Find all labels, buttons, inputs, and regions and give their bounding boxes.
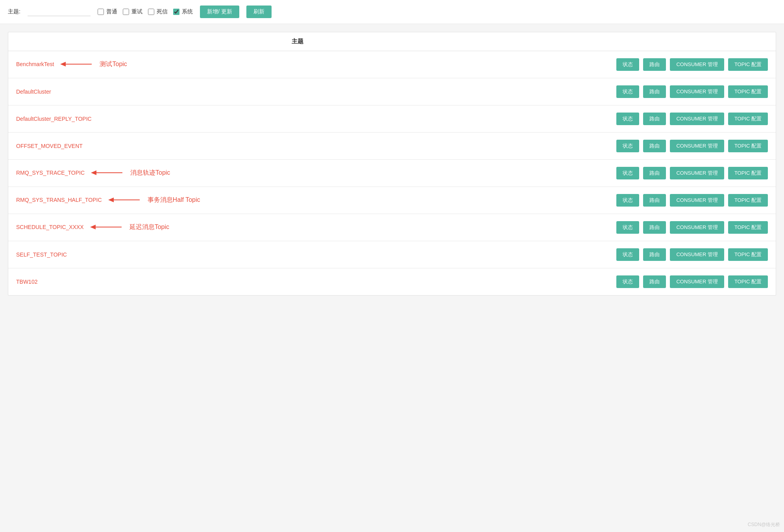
table-row: SELF_TEST_TOPIC状态路由CONSUMER 管理TOPIC 配置 [8,241,776,268]
topic-name: SCHEDULE_TOPIC_XXXX [16,224,84,230]
action-btn-状态[interactable]: 状态 [616,275,639,288]
action-btn-TOPIC-配置[interactable]: TOPIC 配置 [728,58,768,71]
action-btn-TOPIC-配置[interactable]: TOPIC 配置 [728,140,768,152]
action-btn-状态[interactable]: 状态 [616,85,639,98]
table-row: RMQ_SYS_TRACE_TOPIC 消息轨迹Topic状态路由CONSUME… [8,160,776,187]
svg-marker-1 [60,62,66,66]
checkbox-dead-input[interactable] [148,9,154,15]
topic-name: OFFSET_MOVED_EVENT [16,143,83,149]
arrow-icon [108,196,140,205]
action-btn-TOPIC-配置[interactable]: TOPIC 配置 [728,85,768,98]
table-row: DefaultCluster状态路由CONSUMER 管理TOPIC 配置 [8,78,776,105]
topic-name: BenchmarkTest [16,61,54,67]
topic-table-container: 主题 BenchmarkTest 测试Topic状态路由CONSUMER 管理T… [8,32,776,296]
checkbox-retry-label: 重试 [131,8,142,15]
action-btn-状态[interactable]: 状态 [616,140,639,152]
table-row: SCHEDULE_TOPIC_XXXX 延迟消息Topic状态路由CONSUME… [8,214,776,241]
action-buttons-cell: 状态路由CONSUMER 管理TOPIC 配置 [587,187,776,214]
checkbox-system-label: 系统 [182,8,193,15]
arrow-icon [90,223,122,232]
action-btn-CONSUMER-管理[interactable]: CONSUMER 管理 [670,58,724,71]
toolbar: 主题: 普通 重试 死信 系统 新增/ 更新 刷新 [0,0,784,24]
topic-name: RMQ_SYS_TRACE_TOPIC [16,170,85,176]
topic-name-cell: DefaultCluster_REPLY_TOPIC [8,105,587,133]
action-btn-路由[interactable]: 路由 [643,221,666,234]
topic-name-cell: RMQ_SYS_TRACE_TOPIC 消息轨迹Topic [8,160,587,187]
topic-name: RMQ_SYS_TRANS_HALF_TOPIC [16,197,102,203]
topic-table: 主题 BenchmarkTest 测试Topic状态路由CONSUMER 管理T… [8,32,776,295]
topic-name: DefaultCluster_REPLY_TOPIC [16,116,92,122]
action-btn-路由[interactable]: 路由 [643,167,666,179]
subject-input[interactable] [28,8,91,16]
action-buttons: 状态路由CONSUMER 管理TOPIC 配置 [595,85,768,98]
col-actions [587,32,776,51]
action-btn-CONSUMER-管理[interactable]: CONSUMER 管理 [670,194,724,207]
topic-annotation: 事务消息Half Topic [148,196,200,203]
action-buttons: 状态路由CONSUMER 管理TOPIC 配置 [595,275,768,288]
action-btn-TOPIC-配置[interactable]: TOPIC 配置 [728,167,768,179]
action-btn-CONSUMER-管理[interactable]: CONSUMER 管理 [670,275,724,288]
action-btn-CONSUMER-管理[interactable]: CONSUMER 管理 [670,140,724,152]
svg-marker-3 [91,170,96,175]
col-subject: 主题 [8,32,587,51]
topic-name-cell: OFFSET_MOVED_EVENT [8,133,587,160]
table-body: BenchmarkTest 测试Topic状态路由CONSUMER 管理TOPI… [8,51,776,296]
checkbox-normal-label: 普通 [106,8,117,15]
topic-name-cell: RMQ_SYS_TRANS_HALF_TOPIC 事务消息Half Topic [8,187,587,214]
action-btn-TOPIC-配置[interactable]: TOPIC 配置 [728,275,768,288]
action-buttons-cell: 状态路由CONSUMER 管理TOPIC 配置 [587,268,776,296]
action-buttons: 状态路由CONSUMER 管理TOPIC 配置 [595,113,768,125]
action-btn-CONSUMER-管理[interactable]: CONSUMER 管理 [670,221,724,234]
svg-marker-7 [90,225,96,229]
action-btn-CONSUMER-管理[interactable]: CONSUMER 管理 [670,167,724,179]
svg-marker-5 [108,198,114,202]
action-buttons-cell: 状态路由CONSUMER 管理TOPIC 配置 [587,105,776,133]
checkbox-dead-label: 死信 [157,8,168,15]
action-btn-状态[interactable]: 状态 [616,248,639,261]
table-row: TBW102状态路由CONSUMER 管理TOPIC 配置 [8,268,776,296]
action-buttons-cell: 状态路由CONSUMER 管理TOPIC 配置 [587,133,776,160]
action-btn-路由[interactable]: 路由 [643,140,666,152]
action-btn-路由[interactable]: 路由 [643,58,666,71]
arrow-icon [60,60,92,69]
action-btn-路由[interactable]: 路由 [643,85,666,98]
topic-name-cell: SELF_TEST_TOPIC [8,241,587,268]
action-btn-状态[interactable]: 状态 [616,194,639,207]
checkbox-dead[interactable]: 死信 [148,8,168,15]
action-buttons: 状态路由CONSUMER 管理TOPIC 配置 [595,221,768,234]
action-btn-路由[interactable]: 路由 [643,248,666,261]
action-btn-CONSUMER-管理[interactable]: CONSUMER 管理 [670,248,724,261]
action-btn-状态[interactable]: 状态 [616,167,639,179]
table-header-row: 主题 [8,32,776,51]
action-btn-CONSUMER-管理[interactable]: CONSUMER 管理 [670,113,724,125]
checkbox-normal-input[interactable] [98,9,104,15]
checkbox-retry[interactable]: 重试 [123,8,142,15]
action-btn-路由[interactable]: 路由 [643,194,666,207]
topic-annotation: 测试Topic [100,61,127,67]
action-btn-路由[interactable]: 路由 [643,113,666,125]
checkbox-normal[interactable]: 普通 [98,8,117,15]
action-btn-路由[interactable]: 路由 [643,275,666,288]
action-btn-状态[interactable]: 状态 [616,221,639,234]
action-btn-CONSUMER-管理[interactable]: CONSUMER 管理 [670,85,724,98]
action-btn-状态[interactable]: 状态 [616,58,639,71]
action-btn-状态[interactable]: 状态 [616,113,639,125]
action-buttons: 状态路由CONSUMER 管理TOPIC 配置 [595,194,768,207]
topic-name: SELF_TEST_TOPIC [16,251,67,258]
checkbox-retry-input[interactable] [123,9,129,15]
add-update-button[interactable]: 新增/ 更新 [200,6,239,18]
action-btn-TOPIC-配置[interactable]: TOPIC 配置 [728,221,768,234]
topic-annotation: 消息轨迹Topic [130,169,170,176]
checkbox-system-input[interactable] [173,9,179,15]
action-btn-TOPIC-配置[interactable]: TOPIC 配置 [728,113,768,125]
action-buttons: 状态路由CONSUMER 管理TOPIC 配置 [595,140,768,152]
action-btn-TOPIC-配置[interactable]: TOPIC 配置 [728,194,768,207]
checkbox-system[interactable]: 系统 [173,8,193,15]
table-row: DefaultCluster_REPLY_TOPIC状态路由CONSUMER 管… [8,105,776,133]
refresh-button[interactable]: 刷新 [246,6,272,18]
subject-label: 主题: [8,8,20,15]
action-btn-TOPIC-配置[interactable]: TOPIC 配置 [728,248,768,261]
arrow-icon [91,169,122,178]
action-buttons: 状态路由CONSUMER 管理TOPIC 配置 [595,167,768,179]
topic-name-cell: SCHEDULE_TOPIC_XXXX 延迟消息Topic [8,214,587,241]
